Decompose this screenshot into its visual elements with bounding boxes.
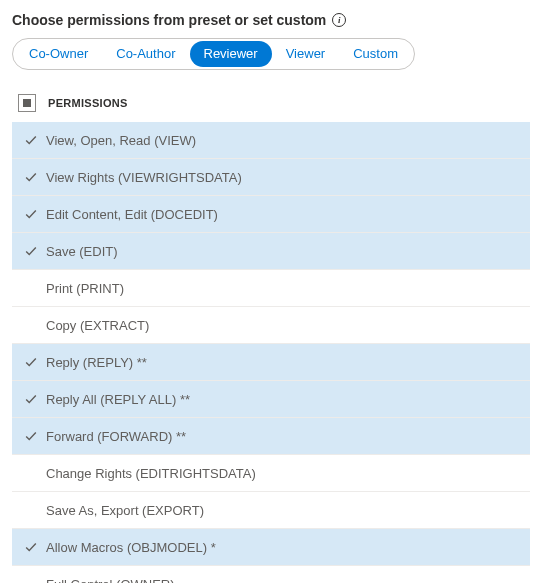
permission-row[interactable]: Reply (REPLY) **: [12, 344, 530, 381]
preset-tab-co-author[interactable]: Co-Author: [102, 41, 189, 67]
permission-label: Reply (REPLY) **: [46, 355, 147, 370]
check-icon: [24, 244, 38, 258]
permission-checkbox[interactable]: [16, 133, 46, 147]
permission-checkbox[interactable]: [16, 207, 46, 221]
permission-label: Reply All (REPLY ALL) **: [46, 392, 190, 407]
indeterminate-mark: [23, 99, 31, 107]
permission-label: Change Rights (EDITRIGHTSDATA): [46, 466, 256, 481]
permissions-header-row: PERMISSIONS: [12, 88, 530, 122]
permission-checkbox[interactable]: [16, 540, 46, 554]
select-all-checkbox[interactable]: [18, 94, 36, 112]
permission-checkbox[interactable]: [16, 170, 46, 184]
permission-row[interactable]: View Rights (VIEWRIGHTSDATA): [12, 159, 530, 196]
permission-label: View Rights (VIEWRIGHTSDATA): [46, 170, 242, 185]
page-title: Choose permissions from preset or set cu…: [12, 12, 530, 28]
permission-row[interactable]: Save As, Export (EXPORT): [12, 492, 530, 529]
permission-checkbox[interactable]: [16, 244, 46, 258]
heading-text: Choose permissions from preset or set cu…: [12, 12, 326, 28]
permission-label: Copy (EXTRACT): [46, 318, 149, 333]
permission-row[interactable]: View, Open, Read (VIEW): [12, 122, 530, 159]
permission-row[interactable]: Full Control (OWNER): [12, 566, 530, 583]
permission-row[interactable]: Save (EDIT): [12, 233, 530, 270]
preset-tab-reviewer[interactable]: Reviewer: [190, 41, 272, 67]
permissions-list: View, Open, Read (VIEW)View Rights (VIEW…: [12, 122, 530, 583]
check-icon: [24, 429, 38, 443]
preset-tab-viewer[interactable]: Viewer: [272, 41, 340, 67]
permission-label: Save (EDIT): [46, 244, 118, 259]
permission-label: Allow Macros (OBJMODEL) *: [46, 540, 216, 555]
permission-label: Edit Content, Edit (DOCEDIT): [46, 207, 218, 222]
permission-label: Full Control (OWNER): [46, 577, 175, 584]
permission-row[interactable]: Change Rights (EDITRIGHTSDATA): [12, 455, 530, 492]
permissions-column-header: PERMISSIONS: [48, 97, 128, 109]
permission-row[interactable]: Copy (EXTRACT): [12, 307, 530, 344]
check-icon: [24, 207, 38, 221]
preset-tab-co-owner[interactable]: Co-Owner: [15, 41, 102, 67]
check-icon: [24, 133, 38, 147]
permission-row[interactable]: Edit Content, Edit (DOCEDIT): [12, 196, 530, 233]
check-icon: [24, 392, 38, 406]
permission-row[interactable]: Allow Macros (OBJMODEL) *: [12, 529, 530, 566]
permission-label: Forward (FORWARD) **: [46, 429, 186, 444]
permission-label: Print (PRINT): [46, 281, 124, 296]
info-icon[interactable]: i: [332, 13, 346, 27]
preset-tab-group: Co-OwnerCo-AuthorReviewerViewerCustom: [12, 38, 415, 70]
permission-label: View, Open, Read (VIEW): [46, 133, 196, 148]
permission-row[interactable]: Forward (FORWARD) **: [12, 418, 530, 455]
check-icon: [24, 540, 38, 554]
permission-row[interactable]: Print (PRINT): [12, 270, 530, 307]
permission-checkbox[interactable]: [16, 355, 46, 369]
permission-checkbox[interactable]: [16, 392, 46, 406]
permission-row[interactable]: Reply All (REPLY ALL) **: [12, 381, 530, 418]
permission-checkbox[interactable]: [16, 429, 46, 443]
preset-tab-custom[interactable]: Custom: [339, 41, 412, 67]
check-icon: [24, 170, 38, 184]
check-icon: [24, 355, 38, 369]
permission-label: Save As, Export (EXPORT): [46, 503, 204, 518]
